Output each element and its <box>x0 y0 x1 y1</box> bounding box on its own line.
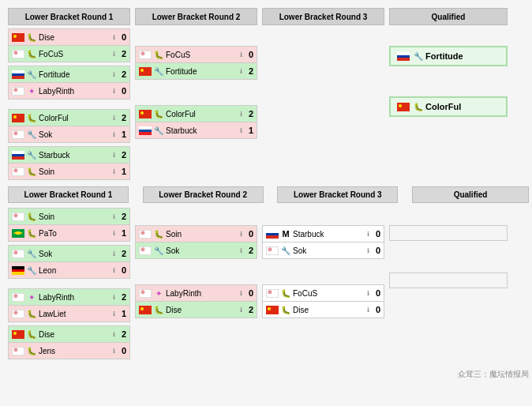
team-row: ✦ LabyRinth ℹ 0 <box>136 285 257 301</box>
terran-icon: 🔧 <box>26 149 37 160</box>
team-name: Dise <box>39 33 111 42</box>
r2-match-2: 🐛 ColorFul ℹ 2 🔧 Starbuck ℹ 1 <box>135 105 257 139</box>
info-icon[interactable]: ℹ <box>367 247 369 254</box>
round1-bottom-col: 🐛 Soin ℹ 2 🐛 PaTo ℹ 1 🔧 <box>8 208 130 363</box>
qualified-top-col: Qualified 🔧 Fortitude 🐛 ColorFul <box>389 8 508 183</box>
info-icon[interactable]: ℹ <box>240 51 242 58</box>
team-row: 🐛 ColorFul ℹ 2 <box>136 106 257 122</box>
info-icon[interactable]: ℹ <box>113 348 115 355</box>
team-row: M Starbuck ℹ 0 <box>263 226 384 242</box>
zerg-icon: 🐛 <box>26 166 37 177</box>
flag-kr <box>266 246 279 255</box>
score: 2 <box>244 109 253 118</box>
score: 0 <box>117 265 126 275</box>
flag-ru <box>12 151 24 160</box>
team-name: LabyRinth <box>39 293 111 302</box>
zerg-icon: 🐛 <box>26 227 37 239</box>
score: 1 <box>117 309 126 318</box>
info-icon[interactable]: ℹ <box>113 267 115 274</box>
team-row: 🐛 FoCuS ℹ 0 <box>263 285 384 301</box>
r3-bottom-label: Lower Bracket Round 3 <box>277 186 398 203</box>
team-row: 🐛 LawLiet ℹ 1 <box>9 306 129 321</box>
round3-bottom-col: M Starbuck ℹ 0 🔧 Sok ℹ 0 <box>262 208 384 363</box>
flag-kr <box>12 87 24 96</box>
info-icon[interactable]: ℹ <box>113 310 115 318</box>
info-icon[interactable]: ℹ <box>113 250 115 258</box>
team-name: Leon <box>39 266 111 275</box>
flag-kr <box>12 310 24 318</box>
info-icon[interactable]: ℹ <box>113 168 115 175</box>
info-icon[interactable]: ℹ <box>240 231 242 238</box>
info-icon[interactable]: ℹ <box>113 34 115 41</box>
info-icon[interactable]: ℹ <box>113 71 115 78</box>
zerg-icon: 🐛 <box>280 304 291 315</box>
info-icon[interactable]: ℹ <box>240 306 242 314</box>
team-name: Sok <box>166 246 238 255</box>
info-icon[interactable]: ℹ <box>113 88 115 95</box>
info-icon[interactable]: ℹ <box>113 51 115 58</box>
info-icon[interactable]: ℹ <box>240 111 242 118</box>
r1-match-1: 🐛 Dise ℹ 0 🐛 FoCuS ℹ 2 <box>8 28 130 62</box>
r2-header: Lower Bracket Round 2 <box>135 8 257 25</box>
flag-cn <box>12 33 24 42</box>
flag-ru <box>12 70 24 79</box>
zerg-icon: 🐛 <box>26 48 37 59</box>
info-icon[interactable]: ℹ <box>113 230 115 237</box>
team-name: Dise <box>166 306 238 314</box>
flag-br <box>12 229 24 238</box>
info-icon[interactable]: ℹ <box>113 115 115 122</box>
team-name: FoCuS <box>166 51 238 59</box>
score: 2 <box>244 66 253 76</box>
flag-cn <box>139 306 152 314</box>
flag-de <box>12 266 24 275</box>
info-icon[interactable]: ℹ <box>367 231 369 238</box>
info-icon[interactable]: ℹ <box>113 331 115 338</box>
score: 2 <box>244 305 253 314</box>
score: 0 <box>371 229 380 239</box>
team-name: Soin <box>166 230 238 239</box>
flag-cn <box>12 330 24 339</box>
flag-sk <box>139 126 152 135</box>
score: 0 <box>117 346 126 355</box>
flag-kr <box>12 347 24 355</box>
score: 2 <box>117 49 126 58</box>
team-row: ✦ LabyRinth ℹ 2 <box>9 289 129 305</box>
score: 1 <box>117 228 126 238</box>
score: 1 <box>117 167 126 176</box>
round2-top-col: Lower Bracket Round 2 🐛 FoCuS ℹ 0 🔧 Fort… <box>135 8 257 183</box>
team-name: Sok <box>39 130 111 139</box>
score: 0 <box>244 288 253 298</box>
info-icon[interactable]: ℹ <box>113 213 115 220</box>
qualified-empty-1 <box>389 225 508 241</box>
team-name: Dise <box>39 330 111 339</box>
b-r1-match-1: 🐛 Soin ℹ 2 🐛 PaTo ℹ 1 <box>8 208 130 242</box>
flag-kr <box>266 289 279 298</box>
info-icon[interactable]: ℹ <box>367 306 369 314</box>
team-name: Sok <box>293 246 365 255</box>
zerg-icon: 🐛 <box>153 228 164 239</box>
info-icon[interactable]: ℹ <box>113 131 115 138</box>
info-icon[interactable]: ℹ <box>113 294 115 301</box>
team-row: 🔧 Sok ℹ 2 <box>9 246 129 261</box>
team-name: FoCuS <box>39 50 111 58</box>
protoss-icon: ✦ <box>153 288 164 299</box>
info-icon[interactable]: ℹ <box>240 247 242 254</box>
b-r3-match-1: M Starbuck ℹ 0 🔧 Sok ℹ 0 <box>262 225 384 259</box>
zerg-icon: 🐛 <box>26 211 37 222</box>
r1-bottom-label: Lower Bracket Round 1 <box>8 186 129 203</box>
info-icon[interactable]: ℹ <box>240 290 242 297</box>
qualified-fortitude: 🔧 Fortitude <box>389 46 508 66</box>
info-icon[interactable]: ℹ <box>240 68 242 75</box>
team-row: 🐛 ColorFul ℹ 2 <box>9 110 129 126</box>
team-row: 🔧 Fortitude ℹ 2 <box>9 66 129 82</box>
info-icon[interactable]: ℹ <box>240 127 242 134</box>
team-row: 🐛 Jens ℹ 0 <box>9 343 129 359</box>
qualified-colorful: 🐛 ColorFul <box>389 96 508 117</box>
team-name: LabyRinth <box>39 87 111 96</box>
protoss-icon: ✦ <box>26 85 37 96</box>
terran-icon: 🔧 <box>26 248 37 259</box>
info-icon[interactable]: ℹ <box>113 152 115 159</box>
r3-header: Lower Bracket Round 3 <box>262 8 384 25</box>
info-icon[interactable]: ℹ <box>367 290 369 297</box>
score: 2 <box>117 329 126 339</box>
